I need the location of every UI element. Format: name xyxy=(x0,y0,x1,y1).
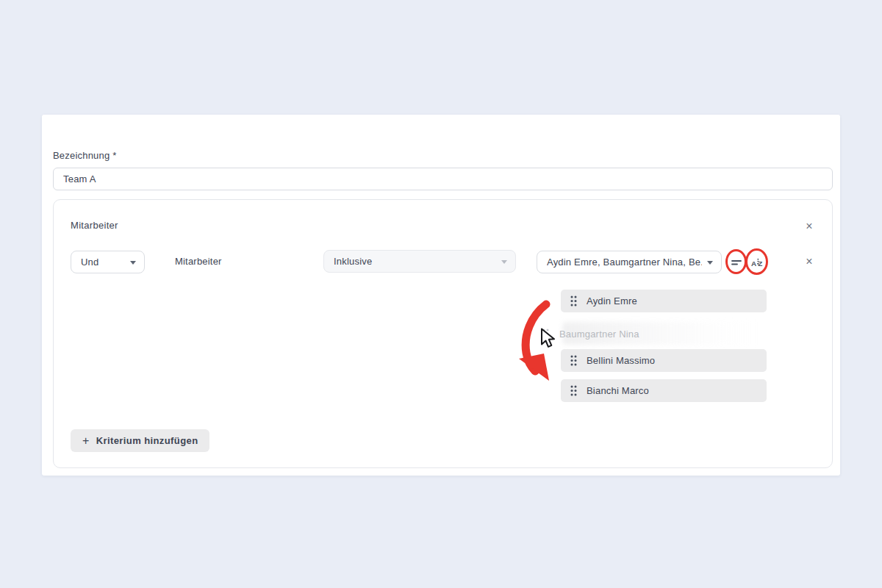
chevron-down-icon xyxy=(130,261,136,265)
operator-select-value: Und xyxy=(81,257,98,268)
operator-select[interactable]: Und xyxy=(71,251,145,273)
svg-text:A: A xyxy=(751,259,756,267)
member-name: Bellini Massimo xyxy=(587,355,655,366)
member-item[interactable]: Aydin Emre xyxy=(561,290,767,312)
criterion-close-icon[interactable]: × xyxy=(803,255,816,268)
chevron-down-icon xyxy=(501,260,507,264)
custom-sort-icon[interactable] xyxy=(730,256,743,269)
criterion-field-label: Mitarbeiter xyxy=(175,256,222,267)
form-card: Bezeichnung * Mitarbeiter × Und Mitarbei… xyxy=(42,115,840,476)
plus-icon: + xyxy=(82,435,90,447)
members-multiselect-value: Aydin Emre, Baumgartner Nina, Be... xyxy=(547,257,702,268)
member-name: Aydin Emre xyxy=(587,295,637,306)
members-multiselect[interactable]: Aydin Emre, Baumgartner Nina, Be... xyxy=(537,251,722,273)
mode-select-disabled: Inklusive xyxy=(323,250,516,273)
panel-close-icon[interactable]: × xyxy=(803,220,816,233)
drag-handle-icon[interactable] xyxy=(570,295,577,306)
criteria-panel: Mitarbeiter × Und Mitarbeiter Inklusive … xyxy=(53,199,833,468)
drag-handle-icon[interactable] xyxy=(570,355,577,366)
name-input[interactable] xyxy=(53,168,833,190)
page: Bezeichnung * Mitarbeiter × Und Mitarbei… xyxy=(0,0,882,588)
member-item-dragging[interactable]: Baumgartner Nina xyxy=(542,324,748,343)
sort-alphabetical-icon[interactable]: A Z xyxy=(750,256,764,269)
drag-handle-icon[interactable] xyxy=(542,329,549,340)
member-name: Baumgartner Nina xyxy=(559,329,639,340)
member-item[interactable]: Bianchi Marco xyxy=(561,379,767,402)
panel-title: Mitarbeiter xyxy=(71,220,118,231)
svg-text:Z: Z xyxy=(758,259,762,267)
member-name: Bianchi Marco xyxy=(587,385,649,396)
member-item[interactable]: Bellini Massimo xyxy=(561,349,767,372)
chevron-down-icon xyxy=(707,261,713,265)
mode-select-value: Inklusive xyxy=(334,256,372,267)
name-field-label: Bezeichnung * xyxy=(53,150,116,161)
add-criterion-button[interactable]: + Kriterium hinzufügen xyxy=(71,429,209,452)
drag-handle-icon[interactable] xyxy=(570,385,577,396)
add-criterion-label: Kriterium hinzufügen xyxy=(96,435,198,446)
